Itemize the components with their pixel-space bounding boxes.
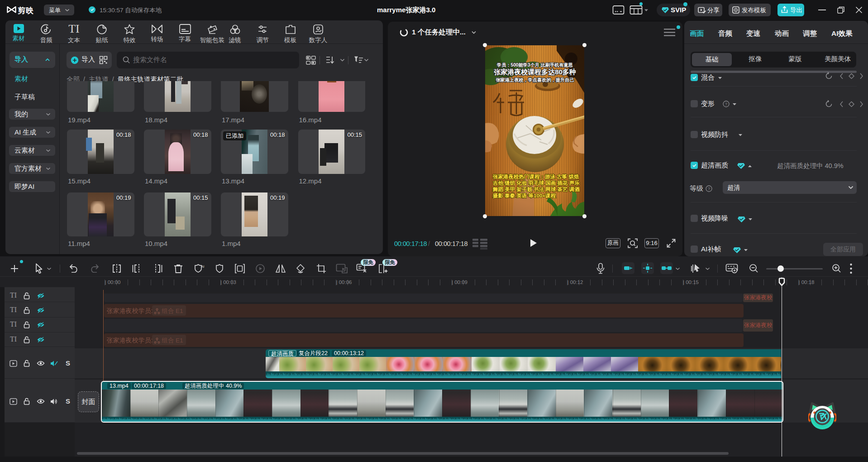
svg-text:舞蹈 美甲 架子鼓 书法 网球 茶艺 调酒: 舞蹈 美甲 架子鼓 书法 网球 茶艺 调酒 xyxy=(492,186,580,192)
svg-text:?: ? xyxy=(725,102,727,106)
svg-text:AI: AI xyxy=(201,265,205,269)
svg-text:摄影 泰拳 英语 等100+课程: 摄影 泰拳 英语 等100+课程 xyxy=(492,193,556,198)
svg-text:张家港上夜校，学点喜欢的，提升自己: 张家港上夜校，学点喜欢的，提升自己 xyxy=(496,77,574,83)
svg-text:张家港夜校课程多达80多种: 张家港夜校课程多达80多种 xyxy=(494,68,576,76)
svg-text:学员：500能学3个月 比刷手机有意思: 学员：500能学3个月 比刷手机有意思 xyxy=(497,63,573,67)
svg-text:张家港夜校热门课程：游泳 古筝 烘焙: 张家港夜校热门课程：游泳 古筝 烘焙 xyxy=(493,173,579,180)
svg-text:吉他 缝纫 化妆 羽毛球 国画 插花 声乐: 吉他 缝纫 化妆 羽毛球 国画 插花 声乐 xyxy=(493,180,580,186)
svg-text:?: ? xyxy=(708,187,710,191)
